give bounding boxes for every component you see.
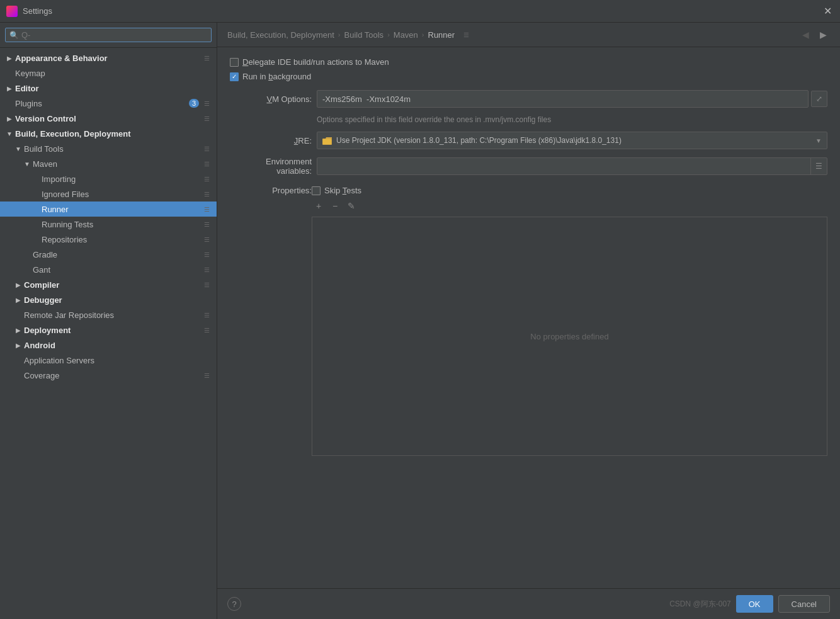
cancel-button[interactable]: Cancel: [778, 595, 830, 613]
background-label: Run in background: [242, 72, 311, 81]
arrow-icon: ▶: [14, 280, 23, 289]
content-area: Build, Execution, Deployment › Build Too…: [217, 23, 840, 619]
delegate-row: Delegate IDE build/run actions to Maven: [230, 57, 827, 67]
vm-options-expand-button[interactable]: ⤢: [811, 91, 827, 107]
properties-section: Properties: Skip Tests +: [230, 186, 827, 456]
sidebar-item-running-tests[interactable]: Running Tests ☰: [0, 217, 217, 232]
app-icon: [6, 6, 18, 17]
main-container: 🔍 ▶ Appearance & Behavior ☰ Keymap ▶ Edi…: [0, 23, 840, 619]
sidebar-item-label: Android: [24, 341, 212, 350]
sidebar-item-editor[interactable]: ▶ Editor: [0, 81, 217, 96]
sidebar-item-coverage[interactable]: Coverage ☰: [0, 368, 217, 383]
arrow-icon: ▶: [14, 326, 23, 334]
edit-property-button[interactable]: ✎: [344, 199, 358, 213]
delegate-checkbox[interactable]: [230, 58, 239, 67]
watermark-text: CSDN @阿东-007: [669, 599, 731, 610]
sidebar-item-keymap[interactable]: Keymap: [0, 65, 217, 81]
env-vars-expand-button[interactable]: ☰: [810, 158, 827, 174]
remove-property-button[interactable]: −: [328, 199, 342, 213]
sidebar-item-version-control[interactable]: ▶ Version Control ☰: [0, 111, 217, 126]
skip-tests-checkbox-wrap[interactable]: Skip Tests: [312, 186, 827, 195]
svg-rect-1: [323, 139, 331, 144]
sidebar-item-gradle[interactable]: Gradle ☰: [0, 247, 217, 262]
pin-icon: ☰: [201, 204, 212, 214]
ok-button[interactable]: OK: [736, 595, 773, 613]
search-icon: 🔍: [9, 31, 19, 40]
sidebar-item-compiler[interactable]: ▶ Compiler ☰: [0, 277, 217, 292]
sidebar-item-app-servers[interactable]: Application Servers: [0, 353, 217, 368]
sidebar-item-runner[interactable]: Runner ☰: [0, 202, 217, 217]
breadcrumb-bar: Build, Execution, Deployment › Build Too…: [217, 23, 840, 47]
breadcrumb-part-4: Runner: [428, 30, 455, 40]
sidebar-item-deployment[interactable]: ▶ Deployment ☰: [0, 322, 217, 338]
sidebar-item-label: Importing: [42, 174, 201, 184]
pin-icon: ☰: [201, 234, 212, 244]
skip-tests-label: Skip Tests: [324, 186, 361, 195]
sidebar-item-label: Gradle: [33, 250, 201, 259]
background-checkbox-wrap[interactable]: Run in background: [230, 72, 311, 81]
sidebar-item-repositories[interactable]: Repositories ☰: [0, 232, 217, 247]
breadcrumb-part-2: Build Tools: [344, 30, 383, 40]
arrow-icon: ▼: [5, 129, 14, 138]
breadcrumb-pin-icon[interactable]: ☰: [461, 30, 471, 40]
no-arrow: [31, 174, 40, 183]
no-arrow: [31, 205, 40, 213]
search-input[interactable]: [21, 30, 207, 40]
jre-label: JRE:: [230, 136, 312, 145]
breadcrumb-part-1: Build, Execution, Deployment: [227, 30, 334, 40]
search-box: 🔍: [0, 23, 217, 48]
breadcrumb-sep-1: ›: [338, 31, 341, 38]
sidebar-item-label: Plugins: [15, 99, 189, 108]
sidebar-item-build-execution[interactable]: ▼ Build, Execution, Deployment: [0, 126, 217, 141]
sidebar-item-importing[interactable]: Importing ☰: [0, 171, 217, 186]
sidebar-item-ignored-files[interactable]: Ignored Files ☰: [0, 186, 217, 202]
vm-options-input[interactable]: [317, 90, 809, 108]
env-vars-input-wrap: ☰: [317, 157, 827, 175]
pin-icon: ☰: [201, 113, 212, 123]
breadcrumb-actions: ◀ ▶: [798, 28, 830, 42]
sidebar-item-label: Maven: [33, 159, 201, 169]
sidebar-item-label: Coverage: [24, 371, 201, 380]
sidebar-tree: ▶ Appearance & Behavior ☰ Keymap ▶ Edito…: [0, 48, 217, 619]
sidebar-item-android[interactable]: ▶ Android: [0, 338, 217, 353]
sidebar-item-plugins[interactable]: Plugins 3 ☰: [0, 96, 217, 111]
sidebar-item-debugger[interactable]: ▶ Debugger: [0, 292, 217, 307]
no-arrow: [31, 220, 40, 229]
sidebar-item-maven[interactable]: ▼ Maven ☰: [0, 156, 217, 171]
vm-options-label: VM Options:: [230, 94, 312, 104]
sidebar-item-label: Deployment: [24, 326, 201, 335]
sidebar-item-build-tools[interactable]: ▼ Build Tools ☰: [0, 141, 217, 156]
skip-tests-checkbox[interactable]: [312, 186, 321, 195]
jre-select-text: Use Project JDK (version 1.8.0_131, path…: [336, 136, 812, 145]
pin-icon: ☰: [201, 53, 212, 63]
sidebar-item-label: Appearance & Behavior: [15, 54, 201, 63]
jre-row: JRE: Use Project JDK (version 1.8.0_131,…: [230, 132, 827, 149]
sidebar-item-gant[interactable]: Gant ☰: [0, 262, 217, 277]
breadcrumb-part-3: Maven: [394, 30, 418, 40]
back-button[interactable]: ◀: [798, 28, 812, 42]
delegate-checkbox-wrap[interactable]: Delegate IDE build/run actions to Maven: [230, 57, 389, 67]
sidebar-item-label: Running Tests: [42, 220, 201, 229]
jre-select[interactable]: Use Project JDK (version 1.8.0_131, path…: [317, 132, 827, 149]
sidebar-item-label: Application Servers: [24, 356, 212, 365]
skip-tests-row: Skip Tests: [312, 186, 827, 195]
close-button[interactable]: ✕: [821, 5, 834, 18]
properties-right: Skip Tests + − ✎ No properties defined: [312, 186, 827, 456]
sidebar-item-label: Ignored Files: [42, 190, 201, 199]
no-arrow: [31, 235, 40, 244]
vm-options-hint: Options specified in this field override…: [317, 115, 827, 124]
title-bar-left: Settings: [6, 6, 52, 17]
forward-button[interactable]: ▶: [816, 28, 830, 42]
sidebar-item-appearance[interactable]: ▶ Appearance & Behavior ☰: [0, 50, 217, 65]
no-arrow: [5, 69, 14, 77]
pin-icon: ☰: [201, 219, 212, 229]
sidebar-item-label: Remote Jar Repositories: [24, 310, 201, 320]
background-checkbox[interactable]: [230, 72, 239, 81]
add-property-button[interactable]: +: [312, 199, 326, 213]
env-vars-input[interactable]: [317, 159, 810, 174]
sidebar-item-label: Editor: [15, 84, 212, 93]
no-arrow: [5, 99, 14, 108]
help-button[interactable]: ?: [227, 597, 241, 611]
pin-icon: ☰: [201, 144, 212, 154]
sidebar-item-remote-jar[interactable]: Remote Jar Repositories ☰: [0, 307, 217, 322]
